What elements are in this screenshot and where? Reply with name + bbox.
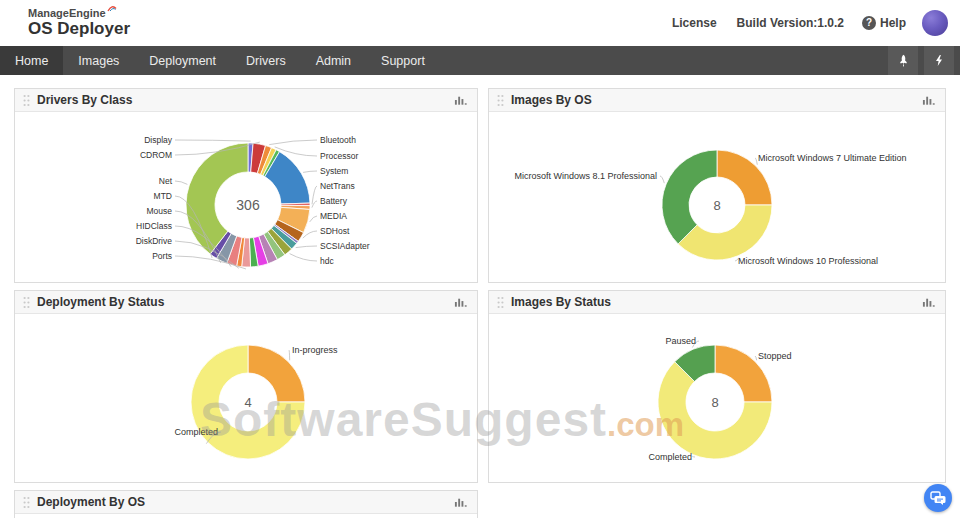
leader-line (175, 181, 187, 184)
donut-segment[interactable] (678, 205, 772, 260)
leader-line (269, 140, 317, 145)
panel-deployment-by-os: Deployment By OS (14, 490, 478, 518)
bar-chart-icon[interactable] (454, 94, 469, 106)
chart-label: SCSIAdapter (320, 241, 370, 251)
build-version-label: Build Version:1.0.2 (737, 16, 844, 30)
chart-label: hdc (320, 256, 334, 266)
chart-label: Net (159, 176, 173, 186)
panel-header[interactable]: Images By Status (489, 291, 945, 314)
chat-bubbles-icon (930, 491, 946, 505)
drag-handle-icon[interactable] (497, 296, 504, 309)
chart-label: System (320, 166, 348, 176)
chart-label: SDHost (320, 226, 350, 236)
chart-label: Ports (152, 251, 172, 261)
user-avatar[interactable] (922, 10, 948, 36)
chart-label: Stopped (758, 351, 792, 361)
brand-name: ManageEngine (28, 7, 106, 19)
leader-line (303, 171, 317, 172)
bar-chart-icon[interactable] (922, 94, 937, 106)
leader-line (303, 231, 317, 238)
nav-tab-support[interactable]: Support (366, 46, 440, 75)
panel-title: Deployment By Status (37, 295, 447, 309)
drag-handle-icon[interactable] (23, 496, 30, 509)
panel-title: Images By Status (511, 295, 915, 309)
images-by-status-donut: 8PausedStoppedCompleted (489, 314, 945, 482)
chart-label: Display (144, 135, 173, 145)
help-icon[interactable]: ? (862, 16, 876, 30)
chart-label: Paused (665, 336, 696, 346)
leader-line (312, 186, 317, 204)
chart-label: Microsoft Windows 7 Ultimate Edition (758, 153, 907, 163)
deployment-by-status-donut: 4In-progressCompleted (15, 314, 477, 482)
dashboard-grid: Drivers By Class 306DisplayCDROMNetMTDMo… (0, 75, 960, 518)
getting-started-rocket-button[interactable] (888, 46, 918, 75)
drivers-by-class-donut: 306DisplayCDROMNetMTDMouseHIDClassDiskDr… (15, 112, 477, 282)
panel-header[interactable]: Deployment By Status (15, 291, 477, 314)
donut-segment[interactable] (662, 150, 717, 244)
leader-line (692, 457, 695, 458)
nav-spacer (440, 46, 888, 75)
leader-line (660, 176, 664, 183)
panel-header[interactable]: Drivers By Class (15, 89, 477, 112)
chart-label: MEDIA (320, 211, 347, 221)
chart-label: Microsoft Windows 8.1 Professional (514, 171, 657, 181)
chart-label: Mouse (146, 206, 172, 216)
lightning-icon (933, 54, 945, 67)
panel-title: Drivers By Class (37, 93, 447, 107)
donut-center-value: 8 (713, 198, 720, 213)
brand-swoosh-icon (107, 5, 117, 13)
chart-label: Processor (320, 151, 358, 161)
os-deployer-dashboard: ManageEngine OS Deployer License Build V… (0, 0, 960, 518)
nav-tab-home[interactable]: Home (0, 46, 63, 75)
panel-deployment-by-status: Deployment By Status 4In-progressComplet… (14, 290, 478, 483)
chart-label: NetTrans (320, 181, 355, 191)
top-header: ManageEngine OS Deployer License Build V… (0, 0, 960, 46)
chart-label: Battery (320, 196, 348, 206)
chat-button[interactable] (924, 484, 952, 512)
leader-line (290, 254, 317, 261)
leader-line (755, 356, 757, 360)
chart-label: CDROM (140, 150, 172, 160)
panel-header[interactable]: Deployment By OS (15, 491, 477, 514)
donut-center-value: 4 (244, 395, 251, 410)
drag-handle-icon[interactable] (497, 94, 504, 107)
leader-line (310, 216, 317, 222)
bar-chart-icon[interactable] (922, 296, 937, 308)
panel-drivers-by-class: Drivers By Class 306DisplayCDROMNetMTDMo… (14, 88, 478, 283)
panel-title: Images By OS (511, 93, 915, 107)
panel-title: Deployment By OS (37, 495, 447, 509)
leader-line (296, 246, 317, 248)
license-link[interactable]: License (672, 16, 717, 30)
drag-handle-icon[interactable] (23, 94, 30, 107)
chart-label: In-progress (292, 345, 338, 355)
nav-tab-admin[interactable]: Admin (301, 46, 366, 75)
main-nav: Home Images Deployment Drivers Admin Sup… (0, 46, 960, 75)
chart-label: MTD (154, 191, 172, 201)
leader-line (289, 350, 290, 360)
donut-center-value: 8 (711, 395, 718, 410)
nav-tab-drivers[interactable]: Drivers (231, 46, 301, 75)
drag-handle-icon[interactable] (23, 296, 30, 309)
help-link[interactable]: ? Help (862, 16, 906, 30)
chart-label: Microsoft Windows 10 Professional (738, 256, 878, 266)
images-by-os-donut: 8Microsoft Windows 7 Ultimate EditionMic… (489, 112, 945, 282)
rocket-icon (897, 54, 910, 67)
bar-chart-icon[interactable] (454, 496, 469, 508)
brand-logo: ManageEngine OS Deployer (28, 7, 130, 39)
bar-chart-icon[interactable] (454, 296, 469, 308)
chart-label: Completed (648, 452, 692, 462)
leader-line (175, 140, 251, 141)
chart-label: DiskDrive (136, 236, 173, 246)
chart-label: Completed (174, 427, 218, 437)
help-label: Help (880, 16, 906, 30)
product-title: OS Deployer (28, 20, 130, 39)
quick-actions-button[interactable] (924, 46, 954, 75)
nav-tab-deployment[interactable]: Deployment (134, 46, 231, 75)
leader-line (755, 158, 757, 165)
panel-header[interactable]: Images By OS (489, 89, 945, 112)
chart-label: HIDClass (136, 221, 172, 231)
panel-images-by-os: Images By OS 8Microsoft Windows 7 Ultima… (488, 88, 946, 283)
nav-tab-images[interactable]: Images (63, 46, 134, 75)
chart-label: Bluetooth (320, 135, 356, 145)
donut-center-value: 306 (236, 197, 260, 213)
